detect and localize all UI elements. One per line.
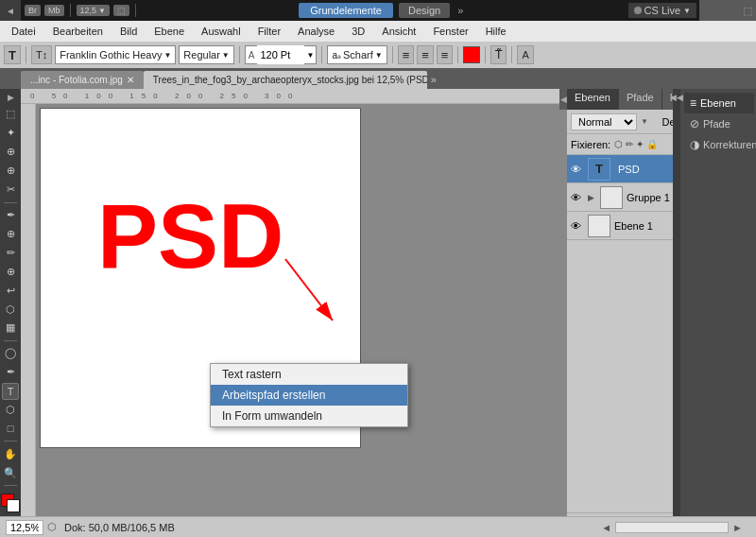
fix-pixels-icon[interactable]: ✏ — [626, 139, 633, 149]
cs-live-arrow: ▼ — [683, 7, 691, 15]
type-tool[interactable]: T — [2, 383, 19, 400]
arrangement-badge[interactable]: 12,5 ▼ — [77, 5, 110, 16]
menu-fenster[interactable]: Fenster — [425, 24, 475, 39]
grundelemente-tab[interactable]: Grundelemente — [299, 3, 393, 18]
gradient-tool[interactable]: ▦ — [2, 320, 19, 337]
bridge-badge[interactable]: Br — [25, 5, 41, 16]
tab-close-fotolia[interactable]: ✕ — [127, 75, 134, 85]
font-style-dropdown[interactable]: Regular ▼ — [179, 45, 233, 64]
design-tab[interactable]: Design — [399, 3, 450, 18]
healing-brush[interactable]: ⊕ — [2, 225, 19, 242]
text-orientation-button[interactable]: T↕ — [31, 45, 52, 64]
brush-tool[interactable]: ✏ — [2, 244, 19, 261]
fixieren-label: Fixieren: — [571, 139, 610, 150]
status-progress-bar — [615, 522, 729, 533]
mini-ebenen-icon: ≡ — [690, 96, 696, 110]
context-menu: Text rastern Arbeitspfad erstellen In Fo… — [210, 363, 408, 427]
panel-arrow-left[interactable]: ◄ — [0, 0, 21, 21]
tab-trees[interactable]: Trees_in_the_fog3_by_archaeopteryx_stock… — [144, 71, 427, 89]
font-size-field[interactable]: A ▼ — [245, 45, 318, 64]
menu-bild[interactable]: Bild — [112, 24, 145, 39]
warp-text-button[interactable]: T̃ — [490, 45, 507, 64]
align-left-button[interactable]: ≡ — [398, 45, 415, 64]
layer-psd-thumb: T — [588, 158, 610, 181]
history-brush[interactable]: ↩ — [2, 282, 19, 299]
lasso-tool[interactable]: ⊕ — [2, 144, 19, 161]
menu-ansicht[interactable]: Ansicht — [374, 24, 423, 39]
layer-gruppe1-eye[interactable]: 👁 — [571, 192, 584, 203]
cs-live-button[interactable]: CS Live ▼ — [628, 3, 696, 18]
status-zoom-icon[interactable]: ⬡ — [47, 521, 57, 533]
nav-next-button[interactable]: ► — [732, 522, 743, 533]
ctx-text-rastern[interactable]: Text rastern — [211, 364, 407, 385]
menu-3d[interactable]: 3D — [344, 24, 372, 39]
shape-tool[interactable]: □ — [2, 421, 19, 438]
arrange-icon[interactable]: ⬚ — [743, 5, 752, 17]
mini-korrekturen-button[interactable]: ◑ Korrekturen — [684, 134, 754, 155]
toolbar-separator-4 — [392, 46, 393, 63]
fix-lock-icon[interactable]: 🔒 — [646, 139, 658, 149]
tab-fotolia[interactable]: ...inc - Fotolia.com.jpg ✕ — [21, 71, 144, 89]
panel-collapse-arrow[interactable]: ◀ — [559, 89, 567, 110]
group-arrow-icon[interactable]: ▶ — [588, 193, 594, 202]
aa-arrow: ▼ — [375, 51, 383, 60]
screen-mode-badge[interactable]: ⬚ — [113, 5, 129, 16]
zoom-input[interactable] — [6, 520, 43, 535]
ctx-form-umwandeln[interactable]: In Form umwandeln — [211, 406, 407, 426]
crop-tool[interactable]: ✂ — [2, 182, 19, 199]
menu-filter[interactable]: Filter — [250, 24, 288, 39]
eyedropper-tool[interactable]: ✒ — [2, 207, 19, 224]
menu-auswahl[interactable]: Auswahl — [194, 24, 249, 39]
align-center-button[interactable]: ≡ — [417, 45, 434, 64]
path-select-tool[interactable]: ⬡ — [2, 402, 19, 419]
nav-prev-button[interactable]: ◄ — [601, 522, 611, 533]
fix-position-icon[interactable]: ✦ — [636, 139, 644, 149]
mini-pfade-button[interactable]: ⊘ Pfade — [684, 113, 754, 134]
menu-analyse[interactable]: Analyse — [290, 24, 342, 39]
blend-arrow: ▼ — [641, 117, 648, 126]
fg-bg-color-swatches[interactable] — [1, 494, 20, 512]
mini-panel-arrow[interactable]: ◀◀ — [673, 89, 680, 537]
titlebar: Ps Br Mb 12,5 ▼ ⬚ Grundelemente Design »… — [0, 0, 756, 21]
dodge-tool[interactable]: ◯ — [2, 345, 19, 362]
hand-tool[interactable]: ✋ — [2, 445, 19, 462]
toolbar-separator-7 — [511, 46, 512, 63]
menu-datei[interactable]: Datei — [4, 24, 43, 39]
layer-psd-eye[interactable]: 👁 — [571, 164, 584, 175]
text-color-swatch[interactable] — [463, 46, 480, 63]
align-right-button[interactable]: ≡ — [437, 45, 454, 64]
toolbar-separator-1 — [26, 46, 26, 63]
mini-ebenen-button[interactable]: ≡ Ebenen — [684, 93, 754, 113]
eraser-tool[interactable]: ⬡ — [2, 301, 19, 318]
menu-hilfe[interactable]: Hilfe — [478, 24, 514, 39]
tab-ebenen[interactable]: Ebenen — [567, 89, 619, 110]
clone-stamp[interactable]: ⊕ — [2, 263, 19, 280]
quick-select-tool[interactable]: ⊕ — [2, 163, 19, 180]
background-color[interactable] — [7, 499, 20, 512]
font-size-input[interactable] — [257, 45, 304, 64]
menu-ebene[interactable]: Ebene — [146, 24, 192, 39]
toolbox-expand-arrow[interactable]: ▶ — [8, 93, 14, 102]
psd-text-element: PSD — [97, 184, 284, 288]
minibrige-badge[interactable]: Mb — [44, 5, 64, 16]
left-arrow-icon: ◄ — [6, 6, 15, 16]
left-toolbox: ▶ ⬚ ✦ ⊕ ⊕ ✂ ✒ ⊕ ✏ ⊕ ↩ ⬡ ▦ ◯ ✒ T ⬡ □ ✋ 🔍 — [0, 89, 21, 537]
statusbar: ⬡ Dok: 50,0 MB/106,5 MB ◄ ► — [0, 516, 756, 537]
move-tool[interactable]: ✦ — [2, 125, 19, 142]
font-family-dropdown[interactable]: Franklin Gothic Heavy ▼ — [55, 45, 176, 64]
character-panel-button[interactable]: A — [517, 45, 533, 64]
blend-mode-select[interactable]: Normal — [571, 113, 637, 130]
mini-korrekturen-icon: ◑ — [690, 138, 699, 151]
zoom-tool[interactable]: 🔍 — [2, 464, 19, 481]
layer-ebene1-thumb — [588, 215, 610, 237]
text-tool-button[interactable]: T — [4, 45, 21, 64]
marquee-tool[interactable]: ⬚ — [2, 106, 19, 123]
tab-pfade[interactable]: Pfade — [619, 89, 662, 110]
tab-overflow-chevron[interactable]: » — [427, 70, 440, 89]
pen-tool[interactable]: ✒ — [2, 364, 19, 381]
layer-ebene1-eye[interactable]: 👁 — [571, 220, 584, 232]
fix-transparent-icon[interactable]: ⬡ — [614, 139, 623, 149]
antialiasing-dropdown[interactable]: aₐ Scharf ▼ — [327, 45, 387, 64]
ctx-arbeitspfad[interactable]: Arbeitspfad erstellen — [211, 385, 407, 406]
menu-bearbeiten[interactable]: Bearbeiten — [45, 24, 111, 39]
